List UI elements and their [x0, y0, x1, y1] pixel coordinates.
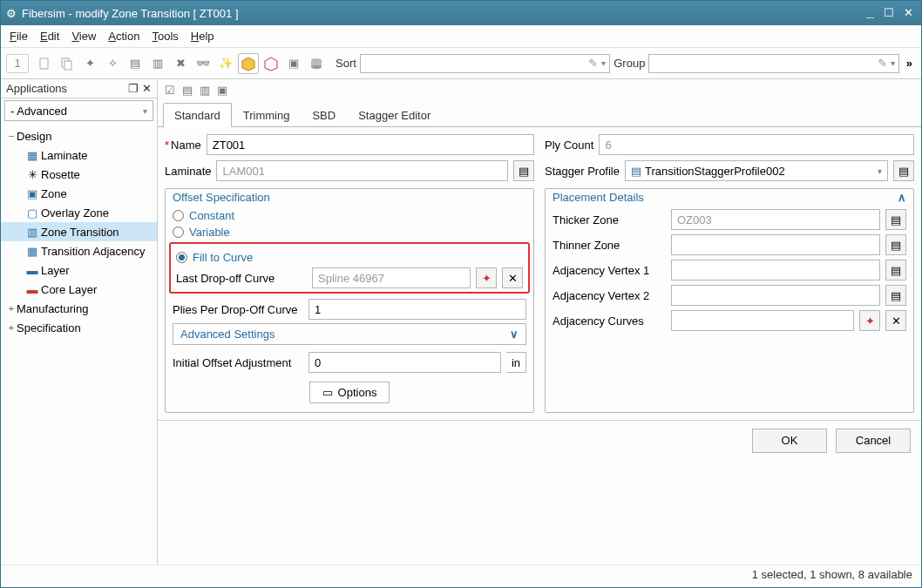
plies-per-dropoff-input[interactable]: [308, 299, 526, 320]
wand-icon[interactable]: ✨: [215, 53, 236, 74]
menu-edit[interactable]: Edit: [40, 30, 59, 43]
menu-bar: File Edit View Action Tools Help: [1, 25, 921, 48]
svg-marker-3: [242, 57, 254, 71]
tree-rosette[interactable]: ✳Rosette: [1, 165, 157, 184]
tree-layer[interactable]: ▬Layer: [1, 260, 157, 280]
doc1-icon[interactable]: ▤: [125, 53, 146, 74]
tab-stagger-editor[interactable]: Stagger Editor: [347, 103, 442, 127]
main-panel: ☑ ▤ ▥ ▣ Standard Trimming SBD Stagger Ed…: [158, 79, 921, 564]
menu-tools[interactable]: Tools: [152, 30, 178, 43]
stagger-profile-browse-button[interactable]: ▤: [893, 160, 914, 181]
adjacency-vertex-2-browse-button[interactable]: ▤: [885, 285, 906, 306]
clear-curve-button[interactable]: ✕: [502, 267, 523, 288]
stagger-profile-combo[interactable]: ▤ TransitionStaggerProfile002 ▾: [625, 160, 888, 181]
svg-point-5: [311, 58, 322, 62]
window-icon[interactable]: ▣: [283, 53, 304, 74]
main-toolbar: 1 ✦ ✧ ▤ ▥ ✖ 👓 ✨ ▣ Sort ✎▾ Group ✎▾ »: [1, 48, 921, 79]
thinner-zone-label: Thinner Zone: [553, 239, 666, 252]
tree-core-layer[interactable]: ▬Core Layer: [1, 280, 157, 299]
adjacency-curves-pick-button[interactable]: ✦: [859, 310, 880, 331]
panel-popout-icon[interactable]: ❐: [128, 82, 139, 95]
advanced-settings-toggle[interactable]: Advanced Settings∨: [173, 323, 526, 345]
target2-icon[interactable]: ✧: [102, 53, 123, 74]
svg-point-7: [311, 65, 322, 69]
target-icon[interactable]: ✦: [79, 53, 100, 74]
tab-standard[interactable]: Standard: [163, 103, 232, 127]
tree-zone[interactable]: ▣Zone: [1, 184, 157, 203]
cancel-button[interactable]: Cancel: [836, 429, 911, 453]
db-icon[interactable]: [306, 53, 327, 74]
thicker-zone-input: [671, 209, 880, 230]
tree-design[interactable]: −Design: [1, 126, 157, 145]
radio-fill-to-curve[interactable]: Fill to Curve: [176, 251, 523, 264]
adjacency-vertex-1-browse-button[interactable]: ▤: [885, 260, 906, 280]
group-combo[interactable]: ✎▾: [648, 54, 898, 73]
applications-combo[interactable]: - Advanced ▾: [4, 100, 153, 121]
title-bar: ⚙ Fibersim - modify Zone Transition [ ZT…: [1, 1, 921, 25]
laminate-browse-button[interactable]: ▤: [513, 160, 534, 181]
doc-c-icon[interactable]: ▣: [217, 84, 227, 97]
delete-icon[interactable]: ✖: [170, 53, 191, 74]
adjacency-vertex-2-label: Adjacency Vertex 2: [553, 289, 666, 302]
tab-bar: Standard Trimming SBD Stagger Editor: [158, 102, 921, 127]
window-title: Fibersim - modify Zone Transition [ ZT00…: [22, 7, 863, 20]
svg-rect-1: [62, 58, 69, 67]
new-icon[interactable]: [34, 53, 55, 74]
placement-details-collapse-icon[interactable]: ∧: [898, 191, 906, 204]
adjacency-vertex-2-input[interactable]: [671, 285, 880, 306]
applications-combo-label: - Advanced: [10, 105, 67, 118]
doc2-icon[interactable]: ▥: [147, 53, 168, 74]
adjacency-curves-clear-button[interactable]: ✕: [885, 310, 906, 331]
name-input[interactable]: [207, 134, 534, 155]
ok-button[interactable]: OK: [752, 429, 827, 453]
copy-icon[interactable]: [57, 53, 78, 74]
options-button[interactable]: ▭Options: [309, 382, 390, 403]
applications-header: Applications: [6, 82, 125, 95]
cube-wire-icon[interactable]: [261, 53, 281, 74]
glasses-icon[interactable]: 👓: [193, 53, 214, 74]
thinner-zone-input[interactable]: [671, 234, 880, 255]
toolbar-more[interactable]: »: [903, 57, 916, 70]
doc-a-icon[interactable]: ▤: [182, 84, 193, 97]
initial-offset-label: Initial Offset Adjustment: [173, 356, 303, 369]
tree-transition-adjacency[interactable]: ▦Transition Adjacency: [1, 241, 157, 260]
tab-trimming[interactable]: Trimming: [232, 103, 302, 127]
last-dropoff-curve-input: [312, 267, 471, 288]
doc-b-icon[interactable]: ▥: [200, 84, 210, 97]
minimize-button[interactable]: ＿: [863, 5, 878, 21]
menu-action[interactable]: Action: [108, 30, 139, 43]
options-icon: ▭: [322, 386, 333, 399]
svg-rect-0: [40, 58, 48, 69]
thicker-zone-browse-button[interactable]: ▤: [885, 209, 906, 230]
left-panel: Applications ❐ ✕ - Advanced ▾ −Design ▦L…: [1, 79, 158, 564]
tree-overlay-zone[interactable]: ▢Overlay Zone: [1, 203, 157, 222]
stagger-profile-value: TransitionStaggerProfile002: [645, 165, 871, 178]
adjacency-curves-input[interactable]: [671, 310, 854, 331]
page-number[interactable]: 1: [6, 54, 29, 73]
group-label: Group: [614, 57, 645, 70]
radio-constant[interactable]: Constant: [173, 209, 526, 222]
menu-file[interactable]: File: [10, 30, 28, 43]
cube-solid-icon[interactable]: [238, 53, 259, 74]
tree-zone-transition[interactable]: ▥Zone Transition: [1, 222, 157, 241]
radio-variable[interactable]: Variable: [173, 226, 526, 239]
tree-manufacturing[interactable]: +Manufacturing: [1, 299, 157, 318]
maximize-button[interactable]: ☐: [881, 6, 897, 20]
plies-per-dropoff-label: Plies Per Drop-Off Curve: [173, 303, 303, 316]
thinner-zone-browse-button[interactable]: ▤: [885, 234, 906, 255]
tab-sbd[interactable]: SBD: [301, 103, 347, 127]
initial-offset-input[interactable]: [308, 352, 501, 373]
sort-combo[interactable]: ✎▾: [360, 54, 610, 73]
tree-specification[interactable]: +Specification: [1, 318, 157, 337]
adjacency-vertex-1-input[interactable]: [671, 260, 880, 280]
plycount-label: Ply Count: [545, 139, 593, 152]
menu-view[interactable]: View: [71, 30, 96, 43]
panel-close-icon[interactable]: ✕: [142, 82, 152, 95]
menu-help[interactable]: Help: [191, 30, 214, 43]
laminate-label: Laminate: [165, 165, 211, 178]
dialog-footer: OK Cancel: [158, 420, 921, 460]
pick-curve-button[interactable]: ✦: [476, 267, 497, 288]
check-icon[interactable]: ☑: [165, 84, 175, 97]
tree-laminate[interactable]: ▦Laminate: [1, 145, 157, 165]
close-button[interactable]: ✕: [900, 6, 916, 20]
